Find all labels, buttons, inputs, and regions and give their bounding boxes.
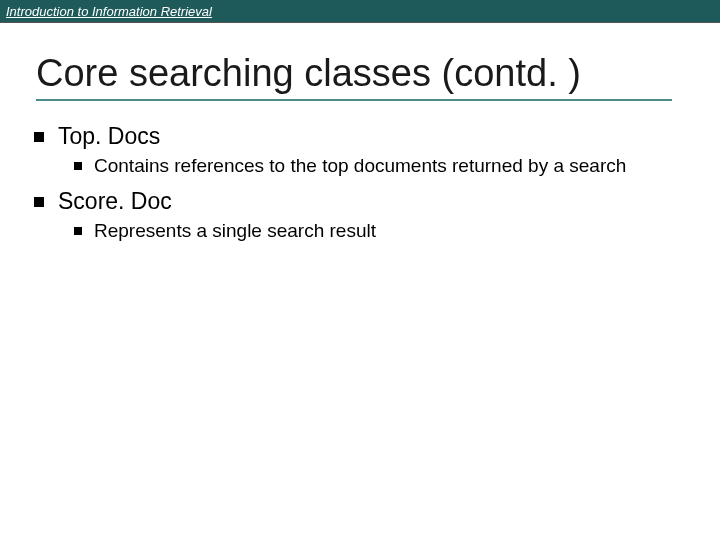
sub-bullet-label: Contains references to the top documents… <box>94 154 626 178</box>
sub-bullet-item: Represents a single search result <box>74 219 680 243</box>
slide-title: Core searching classes (contd. ) <box>36 52 692 95</box>
sub-bullet-item: Contains references to the top documents… <box>74 154 680 178</box>
bullet-item-scoredoc: Score. Doc <box>34 188 680 215</box>
sub-bullet-label: Represents a single search result <box>94 219 376 243</box>
square-bullet-icon <box>34 132 44 142</box>
content-area: Top. Docs Contains references to the top… <box>0 109 720 243</box>
header-divider <box>0 22 720 23</box>
title-underline <box>36 99 672 101</box>
header-course-label: Introduction to Information Retrieval <box>0 4 212 19</box>
header-bar: Introduction to Information Retrieval <box>0 0 720 22</box>
bullet-item-topdocs: Top. Docs <box>34 123 680 150</box>
title-area: Core searching classes (contd. ) <box>0 22 720 109</box>
square-bullet-icon <box>34 197 44 207</box>
square-bullet-icon <box>74 162 82 170</box>
bullet-label: Top. Docs <box>58 123 160 150</box>
bullet-label: Score. Doc <box>58 188 172 215</box>
square-bullet-icon <box>74 227 82 235</box>
